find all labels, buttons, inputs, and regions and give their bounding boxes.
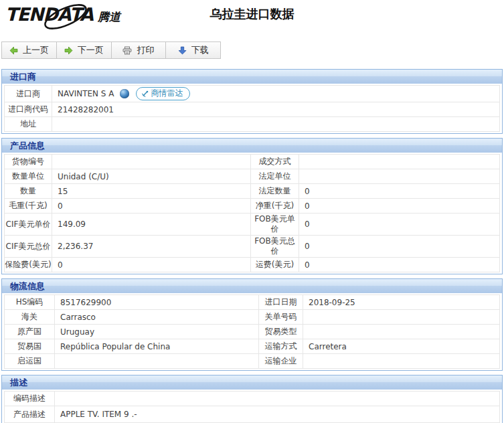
print-label: 打印 [137, 44, 154, 56]
field-value: 0 [299, 236, 499, 257]
field-value: 0 [299, 258, 499, 272]
field-value: 2,236.37 [52, 236, 251, 257]
top-header: TENDATA 腾道 乌拉圭进口数据 [0, 0, 504, 37]
field-label: 成交方式 [251, 155, 299, 169]
field-label: 保险费(美元) [5, 258, 52, 272]
table-row: HS编码 8517629900 进口日期 2018-09-25 [5, 295, 499, 309]
table-row: 数量 15 法定数量 0 [5, 183, 499, 198]
globe-icon[interactable] [120, 89, 129, 98]
field-value: República Popular de China [55, 339, 259, 353]
field-label: 法定单位 [251, 169, 299, 183]
table-row: 数量单位 Unidad (C/U) 法定单位 [5, 169, 499, 183]
field-label: 编码描述 [5, 392, 55, 406]
prev-page-label: 上一页 [23, 44, 49, 56]
field-value: Uruguay [55, 325, 259, 339]
table-row: 海关 Carrasco 关单号码 [5, 309, 499, 324]
table-row: CIF美元单价 149.09 FOB美元单价 0 [5, 213, 499, 235]
field-label: 运输方式 [259, 339, 303, 353]
field-value: 2018-09-25 [303, 295, 499, 309]
prev-page-button[interactable]: 上一页 [2, 42, 57, 58]
field-label: 进口商 [5, 86, 52, 102]
field-value: 149.09 [52, 214, 251, 235]
table-row: 产品描述 APPLE TV. ITEM 9 .- [5, 406, 499, 422]
field-value: 0 [299, 184, 499, 198]
field-value: Carretera [303, 339, 499, 353]
download-button[interactable]: 下载 [166, 42, 220, 58]
field-value: Unidad (C/U) [52, 169, 251, 183]
field-value [303, 310, 499, 324]
section-product-title: 产品信息 [2, 139, 502, 153]
download-arrow-icon [178, 46, 187, 55]
field-label: 进口商代码 [5, 102, 52, 116]
business-radar-button[interactable]: 商情雷达 [136, 87, 190, 100]
table-row: CIF美元总价 2,236.37 FOB美元总价 0 [5, 235, 499, 257]
download-label: 下载 [191, 44, 209, 56]
field-label: 启运国 [5, 354, 55, 368]
prev-arrow-icon [9, 46, 18, 55]
print-button[interactable]: 打印 [112, 42, 167, 58]
section-importer-body: 进口商 NAVINTEN S A 商情雷达 [2, 84, 502, 133]
table-row: 原产国 Uruguay 贸易类型 [5, 324, 499, 339]
next-arrow-icon [64, 46, 73, 55]
next-page-button[interactable]: 下一页 [57, 42, 112, 58]
field-label: 海关 [5, 310, 55, 324]
page-title: 乌拉圭进口数据 [0, 6, 504, 22]
table-row: 编码描述 [5, 392, 499, 406]
field-value: 0 [299, 199, 499, 213]
field-label: 关单号码 [259, 310, 303, 324]
field-value: 8517629900 [55, 295, 259, 309]
field-value [55, 392, 499, 406]
section-importer-title: 进口商 [2, 70, 502, 84]
radar-label: 商情雷达 [151, 88, 183, 99]
section-description: 描述 编码描述 产品描述 APPLE TV. ITEM 9 .- [1, 375, 503, 423]
field-label: CIF美元总价 [5, 236, 52, 257]
field-value: 15 [52, 184, 251, 198]
table-row: 地址 [5, 116, 499, 131]
table-row: 进口商 NAVINTEN S A 商情雷达 [5, 86, 499, 102]
field-value [299, 169, 499, 183]
table-row: 保险费(美元) 0 运费(美元) 0 [5, 257, 499, 272]
field-label: 净重(千克) [251, 199, 299, 213]
printer-icon [122, 46, 132, 55]
section-product-body: 货物编号 成交方式 数量单位 Unidad (C/U) 法定单位 数量 15 法… [2, 153, 502, 274]
field-label: 贸易国 [5, 339, 55, 353]
table-row: 贸易国 República Popular de China 运输方式 Carr… [5, 339, 499, 353]
importer-name: NAVINTEN S A [58, 89, 114, 98]
page: TENDATA 腾道 乌拉圭进口数据 上一页 下一页 [0, 0, 504, 423]
field-label: 运输企业 [259, 354, 303, 368]
radar-dish-icon [141, 90, 149, 98]
table-row: 进口商代码 21428282001 [5, 102, 499, 116]
field-value: 0 [299, 214, 499, 235]
section-importer: 进口商 进口商 NAVINTEN S A 商情雷达 [1, 69, 503, 134]
field-value [52, 155, 251, 169]
table-row: 毛重(千克) 0 净重(千克) 0 [5, 198, 499, 213]
field-label: 地址 [5, 117, 52, 131]
field-value: Carrasco [55, 310, 259, 324]
field-value: APPLE TV. ITEM 9 .- [55, 406, 499, 422]
field-label: 数量 [5, 184, 52, 198]
field-value [303, 325, 499, 339]
section-logistics-body: HS编码 8517629900 进口日期 2018-09-25 海关 Carra… [2, 293, 502, 370]
field-label: FOB美元总价 [251, 236, 299, 257]
field-label: HS编码 [5, 295, 55, 309]
section-product: 产品信息 货物编号 成交方式 数量单位 Unidad (C/U) 法定单位 数量 [1, 138, 503, 274]
table-row: 启运国 运输企业 [5, 353, 499, 368]
section-description-title: 描述 [2, 375, 502, 390]
field-label: 原产国 [5, 325, 55, 339]
field-label: 产品描述 [5, 406, 55, 422]
field-value: 0 [52, 258, 251, 272]
field-label: 数量单位 [5, 169, 52, 183]
section-logistics: 物流信息 HS编码 8517629900 进口日期 2018-09-25 海关 … [1, 278, 503, 371]
section-description-body: 编码描述 产品描述 APPLE TV. ITEM 9 .- [2, 390, 502, 423]
toolbar: 上一页 下一页 打印 下载 [1, 41, 221, 59]
field-label: CIF美元单价 [5, 214, 52, 235]
field-value: 0 [52, 199, 251, 213]
table-row: 货物编号 成交方式 [5, 155, 499, 169]
field-label: FOB美元单价 [251, 214, 299, 235]
field-label: 进口日期 [259, 295, 303, 309]
field-label: 法定数量 [251, 184, 299, 198]
field-value: NAVINTEN S A 商情雷达 [52, 86, 499, 102]
section-logistics-title: 物流信息 [2, 279, 502, 293]
field-value [303, 354, 499, 368]
field-label: 货物编号 [5, 155, 52, 169]
